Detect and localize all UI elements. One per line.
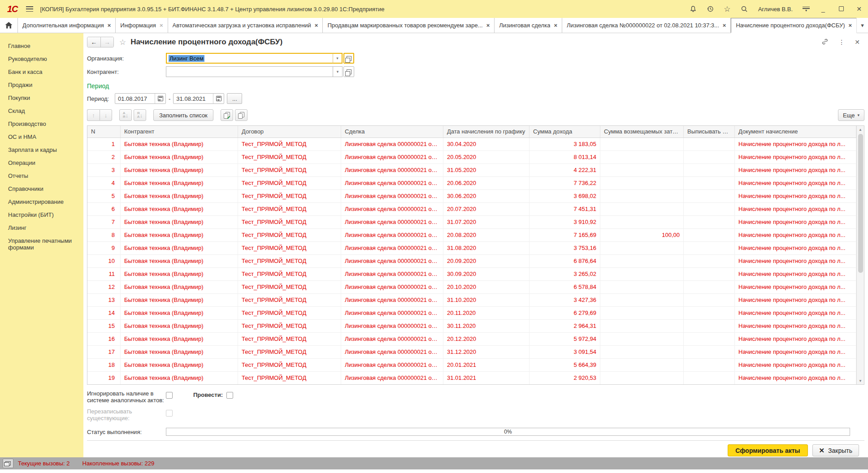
table-row[interactable]: 1Бытовая техника (Владимир)Тест_ПРЯМОЙ_М… [87,138,856,151]
history-icon[interactable] [706,5,714,13]
table-row[interactable]: 11Бытовая техника (Владимир)Тест_ПРЯМОЙ_… [87,268,856,281]
period-picker-button[interactable]: ... [227,93,242,104]
table-row[interactable]: 16Бытовая техника (Владимир)Тест_ПРЯМОЙ_… [87,333,856,346]
table-row[interactable]: 15Бытовая техника (Владимир)Тест_ПРЯМОЙ_… [87,320,856,333]
scroll-down-icon[interactable]: ▼ [857,377,864,384]
table-row[interactable]: 6Бытовая техника (Владимир)Тест_ПРЯМОЙ_М… [87,203,856,216]
get-link-icon[interactable] [821,38,829,47]
notifications-bell-icon[interactable] [689,5,697,13]
sidebar-item[interactable]: Справочники [0,182,83,195]
vertical-scrollbar[interactable]: ▲ ▼ [856,126,864,384]
more-button[interactable]: Еще▾ [838,109,864,121]
performance-indicator-button[interactable] [3,459,13,468]
sort-desc-button[interactable]: ЯА↓ [134,109,146,121]
main-menu-icon[interactable] [26,6,33,12]
search-icon[interactable] [740,5,748,13]
calendar-icon[interactable] [213,94,224,103]
tab-item[interactable]: Информация× [116,18,168,33]
table-row[interactable]: 14Бытовая техника (Владимир)Тест_ПРЯМОЙ_… [87,307,856,320]
table-row[interactable]: 10Бытовая техника (Владимир)Тест_ПРЯМОЙ_… [87,255,856,268]
period-from-input[interactable]: 01.08.2017 [115,95,155,102]
column-header[interactable]: Документ начисление [735,126,856,138]
table-row[interactable]: 12Бытовая техника (Владимир)Тест_ПРЯМОЙ_… [87,281,856,294]
sidebar-item[interactable]: Склад [0,104,83,117]
sidebar-item[interactable]: Лизинг [0,221,83,234]
table-row[interactable]: 8Бытовая техника (Владимир)Тест_ПРЯМОЙ_М… [87,229,856,242]
current-user[interactable]: Агличев В.В. [758,6,793,13]
maximize-button[interactable] [837,5,846,13]
sidebar-item[interactable]: Покупки [0,91,83,104]
tab-item[interactable]: Начисление процентного дохода(ФСБУ)× [731,18,857,33]
sidebar-item[interactable]: Производство [0,117,83,130]
column-header[interactable]: Дата начисления по графику [443,126,529,138]
tab-close-icon[interactable]: × [160,22,163,29]
contragent-input[interactable] [166,66,333,77]
sidebar-item[interactable]: Главное [0,39,83,52]
tab-close-icon[interactable]: × [486,22,490,29]
ignore-existing-checkbox[interactable] [166,392,173,399]
calendar-icon[interactable] [155,94,165,103]
tab-list-dropdown[interactable]: ▾ [856,18,868,33]
sidebar-item[interactable]: Отчеты [0,169,83,182]
tab-item[interactable]: Лизинговая сделка× [495,18,562,33]
sidebar-item[interactable]: Операции [0,156,83,169]
sidebar-item[interactable]: Настройки (БИТ) [0,208,83,221]
table-row[interactable]: 4Бытовая техника (Владимир)Тест_ПРЯМОЙ_М… [87,177,856,190]
sidebar-item[interactable]: Управление печатными формами [0,234,83,254]
tab-item[interactable]: Автоматическая загрузка и установка испр… [168,18,323,33]
column-header[interactable]: Контрагент [121,126,238,138]
tab-close-icon[interactable]: × [108,22,111,29]
scrollbar-thumb[interactable] [858,134,863,273]
favorite-star-icon[interactable]: ☆ [119,38,126,47]
table-row[interactable]: 3Бытовая техника (Владимир)Тест_ПРЯМОЙ_М… [87,164,856,177]
table-row[interactable]: 9Бытовая техника (Владимир)Тест_ПРЯМОЙ_М… [87,242,856,255]
fill-list-button[interactable]: Заполнить список [153,109,213,121]
table-row[interactable]: 18Бытовая техника (Владимир)Тест_ПРЯМОЙ_… [87,359,856,372]
close-form-icon[interactable]: ✕ [855,39,860,46]
tab-item[interactable]: Дополнительная информация× [18,18,116,33]
column-header[interactable]: N [87,126,121,138]
sort-asc-button[interactable]: АЯ↓ [119,109,132,121]
column-header[interactable]: Договор [238,126,341,138]
service-menu-icon[interactable]: ▾ [803,7,810,12]
close-window-button[interactable]: ✕ [855,5,864,13]
copy-button[interactable] [235,109,247,121]
sidebar-item[interactable]: ОС и НМА [0,130,83,143]
organization-input[interactable]: Лизинг Всем [166,53,333,64]
minimize-button[interactable]: _ [819,5,828,13]
scroll-up-icon[interactable]: ▲ [857,126,864,133]
table-row[interactable]: 19Бытовая техника (Владимир)Тест_ПРЯМОЙ_… [87,372,856,384]
sidebar-item[interactable]: Руководителю [0,52,83,65]
sidebar-item[interactable]: Банк и касса [0,65,83,78]
table-row[interactable]: 5Бытовая техника (Владимир)Тест_ПРЯМОЙ_М… [87,190,856,203]
column-header[interactable]: Выписывать акт [684,126,735,138]
conduct-checkbox[interactable] [226,392,233,399]
sidebar-item[interactable]: Зарплата и кадры [0,143,83,156]
more-actions-kebab-icon[interactable]: ⋮ [838,39,845,46]
tab-close-icon[interactable]: × [848,22,852,29]
move-down-button[interactable]: ↓ [100,109,112,121]
table-row[interactable]: 13Бытовая техника (Владимир)Тест_ПРЯМОЙ_… [87,294,856,307]
contragent-open-button[interactable] [343,66,354,77]
column-header[interactable]: Сумма возмещаемых затрат [600,126,684,138]
generate-acts-button[interactable]: Сформировать акты [728,444,807,456]
organization-open-button[interactable] [343,53,354,64]
close-button[interactable]: ✕ Закрыть [812,444,859,456]
tab-item[interactable]: Продавцам маркированных товаров рекоменд… [323,18,495,33]
tab-close-icon[interactable]: × [723,22,726,29]
move-up-button[interactable]: ↑ [87,109,100,121]
table-row[interactable]: 17Бытовая техника (Владимир)Тест_ПРЯМОЙ_… [87,346,856,359]
favorites-star-icon[interactable]: ☆ [723,5,731,13]
column-header[interactable]: Сумма дохода [529,126,600,138]
table-row[interactable]: 7Бытовая техника (Владимир)Тест_ПРЯМОЙ_М… [87,216,856,229]
sidebar-item[interactable]: Администрирование [0,195,83,208]
sidebar-item[interactable]: Продажи [0,78,83,91]
period-to-input[interactable]: 31.08.2021 [174,95,213,102]
back-button[interactable]: ← [87,37,100,47]
forward-button[interactable]: → [100,37,113,47]
column-header[interactable]: Сделка [341,126,443,138]
tab-close-icon[interactable]: × [315,22,318,29]
tab-item[interactable]: Лизинговая сделка №000000022 от 02.08.20… [562,18,731,33]
rewrite-existing-checkbox[interactable] [166,410,173,417]
table-row[interactable]: 2Бытовая техника (Владимир)Тест_ПРЯМОЙ_М… [87,151,856,164]
